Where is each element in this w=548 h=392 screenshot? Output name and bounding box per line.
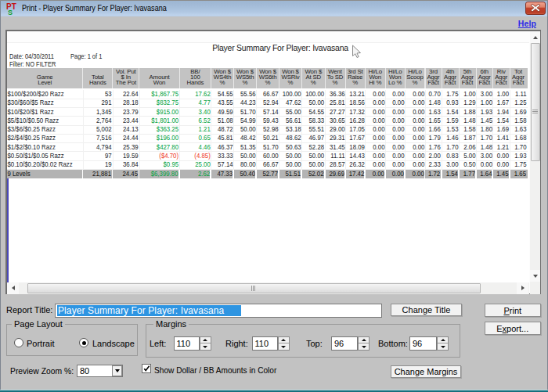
svg-text:S: S (8, 9, 13, 15)
